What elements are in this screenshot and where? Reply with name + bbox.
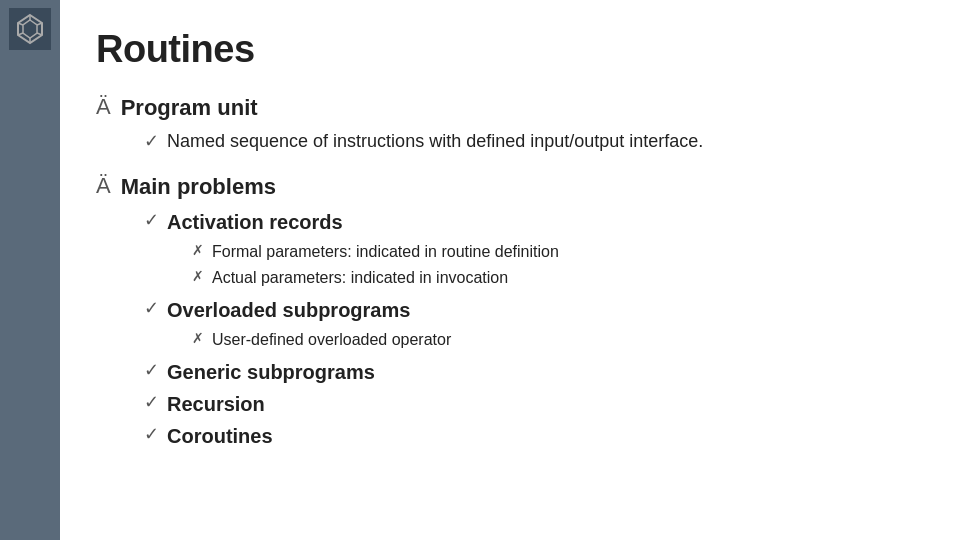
sidebar [0, 0, 60, 540]
bullet-l1-marker-1: Ä [96, 93, 111, 122]
bullet-l3-marker-1a: ✗ [192, 240, 204, 261]
slide-content: Routines Ä Program unit ✓ Named sequence… [60, 0, 960, 540]
bullet-main-problems: Ä Main problems [96, 172, 920, 202]
bullet-l3-text-1a: Formal parameters: indicated in routine … [212, 240, 559, 264]
bullet-l2-marker-6: ✓ [144, 422, 159, 447]
svg-marker-1 [23, 20, 37, 38]
bullet-recursion: ✓ Recursion [144, 390, 920, 418]
bullet-l2-marker-3: ✓ [144, 296, 159, 321]
bullet-overloaded-subprograms: ✓ Overloaded subprograms [144, 296, 920, 324]
bullet-named-sequence: ✓ Named sequence of instructions with de… [144, 129, 920, 154]
bullet-l2-text-4: Generic subprograms [167, 358, 375, 386]
bullet-l2-text-2: Activation records [167, 208, 343, 236]
bullet-l2-text-5: Recursion [167, 390, 265, 418]
bullet-user-defined-operator: ✗ User-defined overloaded operator [192, 328, 920, 352]
bullet-activation-records: ✓ Activation records [144, 208, 920, 236]
bullet-l2-text-6: Coroutines [167, 422, 273, 450]
logo-box [9, 8, 51, 50]
bullet-l2-marker-1: ✓ [144, 129, 159, 154]
bullet-l2-marker-2: ✓ [144, 208, 159, 233]
bullet-program-unit: Ä Program unit [96, 93, 920, 123]
bullet-generic-subprograms: ✓ Generic subprograms [144, 358, 920, 386]
bullet-l3-marker-2a: ✗ [192, 328, 204, 349]
bullet-formal-params: ✗ Formal parameters: indicated in routin… [192, 240, 920, 264]
bullet-l2-text-1: Named sequence of instructions with defi… [167, 129, 703, 154]
bullet-l3-text-2a: User-defined overloaded operator [212, 328, 451, 352]
bullet-l1-text-2: Main problems [121, 172, 276, 202]
bullet-l2-marker-5: ✓ [144, 390, 159, 415]
bullet-l3-text-1b: Actual parameters: indicated in invocati… [212, 266, 508, 290]
fcim-logo-icon [14, 13, 46, 45]
slide-title: Routines [96, 28, 920, 71]
bullet-actual-params: ✗ Actual parameters: indicated in invoca… [192, 266, 920, 290]
bullet-l1-text-1: Program unit [121, 93, 258, 123]
bullet-l2-marker-4: ✓ [144, 358, 159, 383]
bullet-coroutines: ✓ Coroutines [144, 422, 920, 450]
bullet-l2-text-3: Overloaded subprograms [167, 296, 410, 324]
bullet-l1-marker-2: Ä [96, 172, 111, 201]
bullet-l3-marker-1b: ✗ [192, 266, 204, 287]
